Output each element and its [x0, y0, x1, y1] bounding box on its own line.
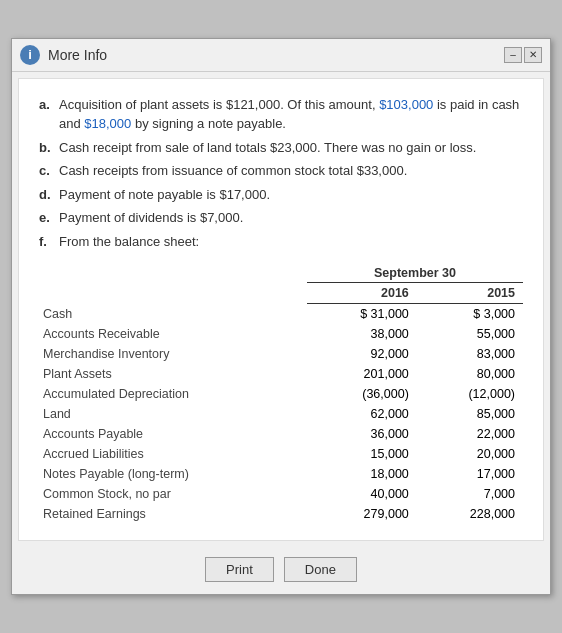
row-val2: 17,000 [417, 464, 523, 484]
note-e: e. Payment of dividends is $7,000. [39, 208, 523, 228]
note-f-label: f. [39, 232, 59, 252]
table-row: Notes Payable (long-term)18,00017,000 [39, 464, 523, 484]
row-label: Accumulated Depreciation [39, 384, 307, 404]
note-d: d. Payment of note payable is $17,000. [39, 185, 523, 205]
row-val2: 20,000 [417, 444, 523, 464]
note-c-label: c. [39, 161, 59, 181]
row-label: Common Stock, no par [39, 484, 307, 504]
note-e-label: e. [39, 208, 59, 228]
row-label: Retained Earnings [39, 504, 307, 524]
note-c: c. Cash receipts from issuance of common… [39, 161, 523, 181]
row-val2: 83,000 [417, 344, 523, 364]
row-val1: 38,000 [307, 324, 417, 344]
content-area: a. Acquisition of plant assets is $121,0… [18, 78, 544, 542]
info-icon: i [20, 45, 40, 65]
title-bar: i More Info – ✕ [12, 39, 550, 72]
row-label: Merchandise Inventory [39, 344, 307, 364]
minimize-button[interactable]: – [504, 47, 522, 63]
row-label: Accounts Receivable [39, 324, 307, 344]
notes-list: a. Acquisition of plant assets is $121,0… [39, 95, 523, 252]
table-header-empty [39, 263, 307, 283]
row-val1: 36,000 [307, 424, 417, 444]
row-label: Plant Assets [39, 364, 307, 384]
row-val2: 80,000 [417, 364, 523, 384]
row-val1: 40,000 [307, 484, 417, 504]
table-year2: 2015 [417, 283, 523, 304]
table-row: Retained Earnings279,000228,000 [39, 504, 523, 524]
table-row: Accumulated Depreciation(36,000)(12,000) [39, 384, 523, 404]
table-row: Merchandise Inventory92,00083,000 [39, 344, 523, 364]
table-row: Accrued Liabilities15,00020,000 [39, 444, 523, 464]
table-row: Common Stock, no par40,0007,000 [39, 484, 523, 504]
balance-table: September 30 2016 2015 Cash$ 31,000$ 3,0… [39, 263, 523, 524]
row-label: Cash [39, 304, 307, 325]
row-val2: (12,000) [417, 384, 523, 404]
note-e-text: Payment of dividends is $7,000. [59, 208, 243, 228]
note-b-text: Cash receipt from sale of land totals $2… [59, 138, 476, 158]
row-val2: $ 3,000 [417, 304, 523, 325]
row-val2: 7,000 [417, 484, 523, 504]
table-row: Land62,00085,000 [39, 404, 523, 424]
row-val1: 201,000 [307, 364, 417, 384]
balance-table-wrapper: September 30 2016 2015 Cash$ 31,000$ 3,0… [39, 263, 523, 524]
note-f-text: From the balance sheet: [59, 232, 199, 252]
table-row: Cash$ 31,000$ 3,000 [39, 304, 523, 325]
note-d-text: Payment of note payable is $17,000. [59, 185, 270, 205]
row-val1: 92,000 [307, 344, 417, 364]
row-val2: 55,000 [417, 324, 523, 344]
row-label: Accounts Payable [39, 424, 307, 444]
note-a-highlight1: $103,000 [379, 97, 433, 112]
row-val2: 85,000 [417, 404, 523, 424]
note-a-text: Acquisition of plant assets is $121,000.… [59, 95, 523, 134]
note-f: f. From the balance sheet: [39, 232, 523, 252]
note-b-label: b. [39, 138, 59, 158]
table-row: Plant Assets201,00080,000 [39, 364, 523, 384]
title-bar-left: i More Info [20, 45, 107, 65]
row-val1: 18,000 [307, 464, 417, 484]
window-title: More Info [48, 47, 107, 63]
row-val1: $ 31,000 [307, 304, 417, 325]
note-d-label: d. [39, 185, 59, 205]
row-val1: 279,000 [307, 504, 417, 524]
note-b: b. Cash receipt from sale of land totals… [39, 138, 523, 158]
row-label: Accrued Liabilities [39, 444, 307, 464]
row-val2: 228,000 [417, 504, 523, 524]
row-val2: 22,000 [417, 424, 523, 444]
row-val1: (36,000) [307, 384, 417, 404]
note-c-text: Cash receipts from issuance of common st… [59, 161, 407, 181]
print-button[interactable]: Print [205, 557, 274, 582]
table-row: Accounts Payable36,00022,000 [39, 424, 523, 444]
note-a-highlight2: $18,000 [84, 116, 131, 131]
more-info-window: i More Info – ✕ a. Acquisition of plant … [11, 38, 551, 596]
table-row: Accounts Receivable38,00055,000 [39, 324, 523, 344]
row-val1: 62,000 [307, 404, 417, 424]
close-button[interactable]: ✕ [524, 47, 542, 63]
table-year-empty [39, 283, 307, 304]
window-controls: – ✕ [504, 47, 542, 63]
table-year1: 2016 [307, 283, 417, 304]
row-label: Land [39, 404, 307, 424]
row-label: Notes Payable (long-term) [39, 464, 307, 484]
note-a: a. Acquisition of plant assets is $121,0… [39, 95, 523, 134]
table-period-label: September 30 [307, 263, 523, 283]
footer: Print Done [12, 547, 550, 594]
note-a-label: a. [39, 95, 59, 134]
done-button[interactable]: Done [284, 557, 357, 582]
row-val1: 15,000 [307, 444, 417, 464]
